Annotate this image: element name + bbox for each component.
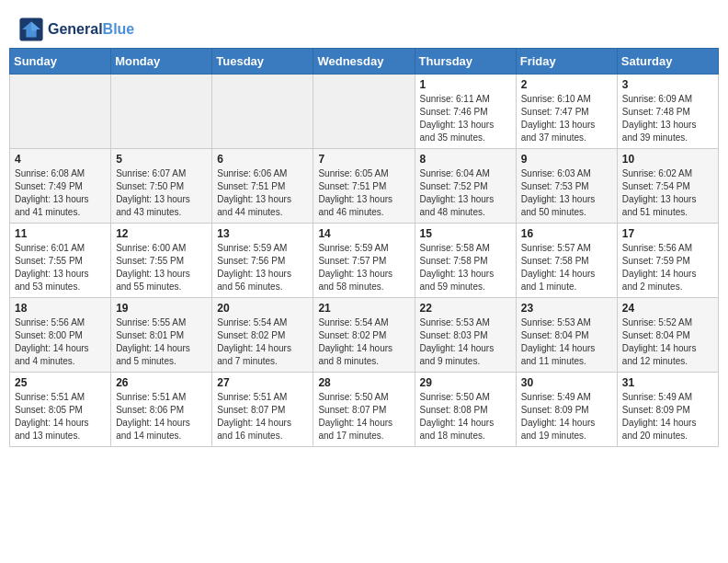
- day-number: 14: [318, 227, 409, 240]
- calendar-week-row: 25Sunrise: 5:51 AM Sunset: 8:05 PM Dayli…: [10, 373, 719, 447]
- calendar-cell: [212, 75, 313, 149]
- day-info: Sunrise: 6:11 AM Sunset: 7:46 PM Dayligh…: [420, 93, 511, 144]
- calendar-cell: 8Sunrise: 6:04 AM Sunset: 7:52 PM Daylig…: [415, 149, 516, 224]
- day-number: 9: [521, 153, 612, 166]
- day-info: Sunrise: 6:10 AM Sunset: 7:47 PM Dayligh…: [521, 93, 612, 144]
- day-info: Sunrise: 5:51 AM Sunset: 8:06 PM Dayligh…: [116, 391, 207, 442]
- day-info: Sunrise: 5:49 AM Sunset: 8:09 PM Dayligh…: [622, 391, 713, 442]
- day-number: 4: [15, 153, 106, 166]
- day-number: 22: [420, 302, 511, 315]
- column-header-saturday: Saturday: [617, 49, 718, 75]
- day-number: 26: [116, 376, 207, 389]
- calendar-cell: 1Sunrise: 6:11 AM Sunset: 7:46 PM Daylig…: [415, 75, 516, 149]
- page-header: GeneralBlue: [9, 9, 719, 48]
- day-number: 11: [15, 227, 106, 240]
- calendar-cell: 12Sunrise: 6:00 AM Sunset: 7:55 PM Dayli…: [111, 224, 212, 298]
- calendar-cell: [10, 75, 111, 149]
- day-number: 3: [622, 78, 713, 91]
- calendar-cell: 10Sunrise: 6:02 AM Sunset: 7:54 PM Dayli…: [617, 149, 718, 224]
- day-number: 18: [15, 302, 106, 315]
- calendar-week-row: 11Sunrise: 6:01 AM Sunset: 7:55 PM Dayli…: [10, 224, 719, 298]
- calendar-cell: 18Sunrise: 5:56 AM Sunset: 8:00 PM Dayli…: [10, 298, 111, 373]
- calendar-cell: 26Sunrise: 5:51 AM Sunset: 8:06 PM Dayli…: [111, 373, 212, 447]
- day-number: 8: [420, 153, 511, 166]
- calendar-cell: 31Sunrise: 5:49 AM Sunset: 8:09 PM Dayli…: [617, 373, 718, 447]
- day-info: Sunrise: 6:04 AM Sunset: 7:52 PM Dayligh…: [420, 167, 511, 219]
- day-number: 24: [622, 302, 713, 315]
- calendar-cell: 17Sunrise: 5:56 AM Sunset: 7:59 PM Dayli…: [617, 224, 718, 298]
- day-info: Sunrise: 5:56 AM Sunset: 8:00 PM Dayligh…: [15, 316, 106, 368]
- day-info: Sunrise: 6:06 AM Sunset: 7:51 PM Dayligh…: [217, 167, 308, 219]
- day-number: 15: [420, 227, 511, 240]
- day-number: 12: [116, 227, 207, 240]
- day-info: Sunrise: 6:05 AM Sunset: 7:51 PM Dayligh…: [318, 167, 409, 219]
- day-number: 20: [217, 302, 308, 315]
- day-number: 29: [420, 376, 511, 389]
- calendar-cell: 9Sunrise: 6:03 AM Sunset: 7:53 PM Daylig…: [516, 149, 617, 224]
- calendar-cell: 5Sunrise: 6:07 AM Sunset: 7:50 PM Daylig…: [111, 149, 212, 224]
- calendar-cell: 7Sunrise: 6:05 AM Sunset: 7:51 PM Daylig…: [313, 149, 415, 224]
- logo: GeneralBlue: [18, 17, 134, 42]
- day-number: 2: [521, 78, 612, 91]
- day-number: 23: [521, 302, 612, 315]
- day-number: 6: [217, 153, 308, 166]
- day-info: Sunrise: 5:53 AM Sunset: 8:04 PM Dayligh…: [521, 316, 612, 368]
- column-header-wednesday: Wednesday: [313, 49, 415, 75]
- calendar-cell: 21Sunrise: 5:54 AM Sunset: 8:02 PM Dayli…: [313, 298, 415, 373]
- calendar-cell: 16Sunrise: 5:57 AM Sunset: 7:58 PM Dayli…: [516, 224, 617, 298]
- day-number: 25: [15, 376, 106, 389]
- calendar-cell: 15Sunrise: 5:58 AM Sunset: 7:58 PM Dayli…: [415, 224, 516, 298]
- day-info: Sunrise: 5:50 AM Sunset: 8:07 PM Dayligh…: [318, 391, 409, 442]
- day-info: Sunrise: 6:00 AM Sunset: 7:55 PM Dayligh…: [116, 242, 207, 293]
- day-number: 28: [318, 376, 409, 389]
- column-header-sunday: Sunday: [10, 49, 111, 75]
- calendar-cell: 13Sunrise: 5:59 AM Sunset: 7:56 PM Dayli…: [212, 224, 313, 298]
- day-number: 10: [622, 153, 713, 166]
- calendar-cell: 20Sunrise: 5:54 AM Sunset: 8:02 PM Dayli…: [212, 298, 313, 373]
- day-info: Sunrise: 5:59 AM Sunset: 7:57 PM Dayligh…: [318, 242, 409, 293]
- day-number: 30: [521, 376, 612, 389]
- calendar-cell: [111, 75, 212, 149]
- day-number: 17: [622, 227, 713, 240]
- day-info: Sunrise: 5:51 AM Sunset: 8:07 PM Dayligh…: [217, 391, 308, 442]
- calendar-cell: 24Sunrise: 5:52 AM Sunset: 8:04 PM Dayli…: [617, 298, 718, 373]
- logo-text: GeneralBlue: [48, 21, 134, 38]
- day-number: 21: [318, 302, 409, 315]
- calendar-week-row: 4Sunrise: 6:08 AM Sunset: 7:49 PM Daylig…: [10, 149, 719, 224]
- column-header-monday: Monday: [111, 49, 212, 75]
- calendar-week-row: 18Sunrise: 5:56 AM Sunset: 8:00 PM Dayli…: [10, 298, 719, 373]
- calendar-header-row: SundayMondayTuesdayWednesdayThursdayFrid…: [10, 49, 719, 75]
- day-number: 19: [116, 302, 207, 315]
- day-info: Sunrise: 5:57 AM Sunset: 7:58 PM Dayligh…: [521, 242, 612, 293]
- day-info: Sunrise: 5:50 AM Sunset: 8:08 PM Dayligh…: [420, 391, 511, 442]
- calendar-cell: 22Sunrise: 5:53 AM Sunset: 8:03 PM Dayli…: [415, 298, 516, 373]
- day-info: Sunrise: 5:51 AM Sunset: 8:05 PM Dayligh…: [15, 391, 106, 442]
- column-header-thursday: Thursday: [415, 49, 516, 75]
- day-number: 27: [217, 376, 308, 389]
- calendar-cell: 6Sunrise: 6:06 AM Sunset: 7:51 PM Daylig…: [212, 149, 313, 224]
- calendar-cell: 29Sunrise: 5:50 AM Sunset: 8:08 PM Dayli…: [415, 373, 516, 447]
- calendar-cell: [313, 75, 415, 149]
- day-info: Sunrise: 6:09 AM Sunset: 7:48 PM Dayligh…: [622, 93, 713, 144]
- logo-icon: [18, 17, 44, 42]
- day-number: 1: [420, 78, 511, 91]
- day-info: Sunrise: 5:49 AM Sunset: 8:09 PM Dayligh…: [521, 391, 612, 442]
- calendar-cell: 25Sunrise: 5:51 AM Sunset: 8:05 PM Dayli…: [10, 373, 111, 447]
- day-info: Sunrise: 6:02 AM Sunset: 7:54 PM Dayligh…: [622, 167, 713, 219]
- day-info: Sunrise: 6:07 AM Sunset: 7:50 PM Dayligh…: [116, 167, 207, 219]
- day-info: Sunrise: 5:54 AM Sunset: 8:02 PM Dayligh…: [217, 316, 308, 368]
- day-info: Sunrise: 5:54 AM Sunset: 8:02 PM Dayligh…: [318, 316, 409, 368]
- calendar-cell: 3Sunrise: 6:09 AM Sunset: 7:48 PM Daylig…: [617, 75, 718, 149]
- day-number: 31: [622, 376, 713, 389]
- calendar-cell: 14Sunrise: 5:59 AM Sunset: 7:57 PM Dayli…: [313, 224, 415, 298]
- day-info: Sunrise: 6:08 AM Sunset: 7:49 PM Dayligh…: [15, 167, 106, 219]
- calendar-week-row: 1Sunrise: 6:11 AM Sunset: 7:46 PM Daylig…: [10, 75, 719, 149]
- day-number: 16: [521, 227, 612, 240]
- calendar-cell: 11Sunrise: 6:01 AM Sunset: 7:55 PM Dayli…: [10, 224, 111, 298]
- day-number: 7: [318, 153, 409, 166]
- day-info: Sunrise: 5:58 AM Sunset: 7:58 PM Dayligh…: [420, 242, 511, 293]
- day-info: Sunrise: 6:01 AM Sunset: 7:55 PM Dayligh…: [15, 242, 106, 293]
- calendar-cell: 30Sunrise: 5:49 AM Sunset: 8:09 PM Dayli…: [516, 373, 617, 447]
- calendar-cell: 27Sunrise: 5:51 AM Sunset: 8:07 PM Dayli…: [212, 373, 313, 447]
- day-number: 13: [217, 227, 308, 240]
